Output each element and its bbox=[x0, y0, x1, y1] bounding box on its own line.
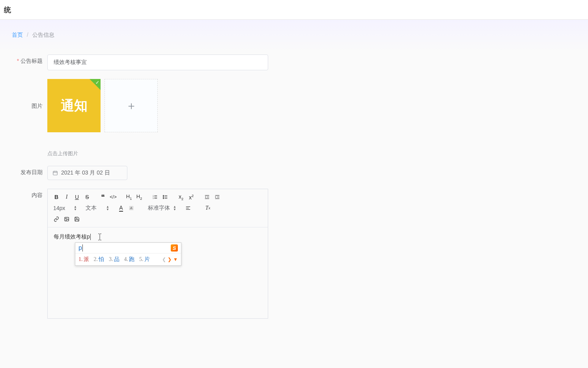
superscript-button[interactable]: x2 bbox=[187, 192, 196, 202]
clear-format-button[interactable]: Tx bbox=[203, 203, 213, 213]
unordered-list-button[interactable] bbox=[161, 192, 170, 202]
font-size-select[interactable]: 14px ▲▼ bbox=[52, 203, 78, 213]
svg-marker-23 bbox=[215, 196, 216, 198]
ime-dropdown-icon[interactable]: ▼ bbox=[173, 257, 178, 263]
paragraph-value: 文本 bbox=[86, 205, 97, 212]
form-row-title: 公告标题 bbox=[12, 54, 576, 70]
text-cursor bbox=[90, 234, 91, 240]
save-button[interactable] bbox=[72, 214, 82, 224]
font-family-value: 标准字体 bbox=[148, 205, 170, 212]
svg-point-30 bbox=[65, 218, 66, 219]
ime-prev-icon[interactable]: ❮ bbox=[162, 257, 166, 263]
calendar-icon bbox=[52, 170, 58, 176]
header-title-partial: 统 bbox=[4, 5, 11, 15]
outdent-button[interactable] bbox=[202, 192, 212, 202]
ime-candidate-2[interactable]: 2.怕 bbox=[94, 256, 105, 263]
uploaded-image[interactable]: 通知 ✓ bbox=[47, 79, 101, 132]
background-color-button[interactable]: A bbox=[127, 203, 136, 213]
link-button[interactable] bbox=[52, 214, 61, 224]
select-arrows-icon: ▲▼ bbox=[74, 205, 77, 211]
svg-point-15 bbox=[163, 198, 164, 199]
strikethrough-button[interactable]: S bbox=[82, 192, 92, 202]
bold-button[interactable]: B bbox=[52, 192, 61, 202]
breadcrumb-current: 公告信息 bbox=[32, 32, 54, 38]
check-icon: ✓ bbox=[95, 80, 99, 85]
caret-icon bbox=[98, 233, 102, 240]
ordered-list-button[interactable]: 123 bbox=[150, 192, 160, 202]
subscript-button[interactable]: x2 bbox=[176, 192, 186, 202]
svg-marker-19 bbox=[205, 196, 206, 198]
italic-button[interactable]: I bbox=[62, 192, 71, 202]
paragraph-select[interactable]: 文本 ▲▼ bbox=[84, 203, 111, 213]
ime-input-row: p S bbox=[75, 243, 181, 253]
toolbar-row-3 bbox=[52, 214, 264, 225]
svg-rect-0 bbox=[53, 171, 58, 175]
text-color-button[interactable]: A bbox=[116, 203, 126, 213]
upload-hint: 点击上传图片 bbox=[47, 150, 158, 157]
svg-text:3: 3 bbox=[153, 197, 154, 199]
image-upload-area: 通知 ✓ ＋ bbox=[47, 79, 158, 132]
image-button[interactable] bbox=[62, 214, 71, 224]
editor-toolbar: B I U S ❝ </> H1 H2 123 bbox=[48, 189, 268, 227]
ime-typed-text: p bbox=[78, 244, 83, 252]
form-row-image: 图片 通知 ✓ ＋ 点击上传图片 bbox=[12, 79, 576, 157]
ime-next-icon[interactable]: ❯ bbox=[168, 257, 172, 263]
align-button[interactable] bbox=[183, 203, 193, 213]
image-label: 图片 bbox=[12, 79, 47, 110]
svg-point-13 bbox=[163, 195, 164, 196]
date-label: 发布日期 bbox=[12, 166, 47, 176]
ime-candidates: 1.派 2.怕 3.品 4.跑 5.片 ❮ ❯ ▼ bbox=[75, 253, 181, 265]
breadcrumb: 首页 / 公告信息 bbox=[12, 32, 576, 39]
date-input[interactable]: 2021 年 03 月 02 日 bbox=[47, 166, 127, 180]
toolbar-row-1: B I U S ❝ </> H1 H2 123 bbox=[52, 192, 264, 203]
svg-point-14 bbox=[163, 197, 164, 197]
select-arrows-icon: ▲▼ bbox=[106, 205, 109, 211]
breadcrumb-home[interactable]: 首页 bbox=[12, 32, 23, 38]
editor-body[interactable]: 每月绩效考核p bbox=[48, 227, 268, 318]
select-arrows-icon: ▲▼ bbox=[173, 205, 176, 211]
content-area: 首页 / 公告信息 公告标题 图片 通知 ✓ ＋ 点击上传图片 发布日期 bbox=[0, 20, 588, 368]
app-header: 统 bbox=[0, 0, 588, 20]
ime-candidate-window: p S 1.派 2.怕 3.品 4.跑 5.片 ❮ ❯ ▼ bbox=[75, 242, 181, 266]
ime-candidate-4[interactable]: 4.跑 bbox=[124, 256, 135, 263]
image-upload-wrapper: 通知 ✓ ＋ 点击上传图片 bbox=[47, 79, 158, 157]
ime-candidate-1[interactable]: 1.派 bbox=[78, 256, 89, 263]
title-input[interactable] bbox=[47, 54, 268, 70]
date-value: 2021 年 03 月 02 日 bbox=[61, 169, 110, 176]
indent-button[interactable] bbox=[213, 192, 222, 202]
h2-button[interactable]: H2 bbox=[134, 192, 144, 202]
font-size-value: 14px bbox=[53, 205, 65, 211]
uploaded-image-text: 通知 bbox=[61, 97, 88, 115]
underline-button[interactable]: U bbox=[72, 192, 82, 202]
toolbar-row-2: 14px ▲▼ 文本 ▲▼ A A 标准字体 bbox=[52, 203, 264, 214]
h1-button[interactable]: H1 bbox=[124, 192, 134, 202]
plus-icon: ＋ bbox=[126, 98, 137, 113]
svg-text:A: A bbox=[130, 206, 133, 210]
editor-content-text: 每月绩效考核p bbox=[54, 233, 90, 240]
breadcrumb-separator: / bbox=[27, 32, 28, 38]
code-button[interactable]: </> bbox=[108, 192, 118, 202]
ime-candidate-3[interactable]: 3.品 bbox=[109, 256, 119, 263]
content-label: 内容 bbox=[12, 189, 47, 199]
font-family-select[interactable]: 标准字体 ▲▼ bbox=[146, 203, 178, 213]
sogou-logo-icon: S bbox=[171, 244, 178, 252]
form-row-date: 发布日期 2021 年 03 月 02 日 bbox=[12, 166, 576, 180]
ime-nav: ❮ ❯ ▼ bbox=[162, 257, 178, 263]
upload-placeholder[interactable]: ＋ bbox=[105, 79, 158, 132]
title-label: 公告标题 bbox=[12, 54, 47, 65]
ime-candidate-5[interactable]: 5.片 bbox=[139, 256, 150, 263]
quote-button[interactable]: ❝ bbox=[98, 192, 108, 202]
